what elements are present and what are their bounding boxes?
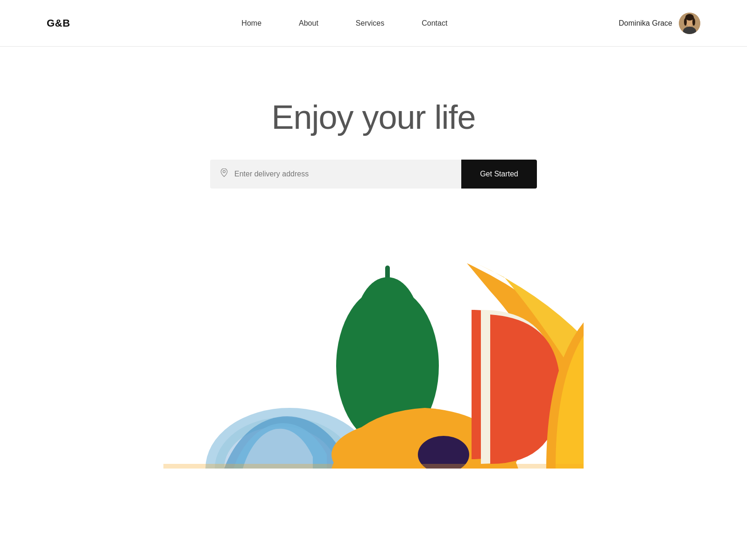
search-row: Get Started — [210, 160, 537, 189]
hero-section: Enjoy your life Get Started — [0, 47, 747, 217]
hero-title: Enjoy your life — [271, 98, 475, 136]
svg-point-7 — [685, 14, 694, 21]
nav-services[interactable]: Services — [356, 19, 384, 28]
svg-point-14 — [355, 277, 420, 380]
location-icon — [219, 168, 229, 180]
nav-home[interactable]: Home — [241, 19, 261, 28]
svg-rect-17 — [163, 464, 584, 469]
hero-illustration — [163, 235, 584, 469]
svg-point-8 — [223, 170, 226, 173]
search-input[interactable] — [234, 170, 452, 178]
nav-about[interactable]: About — [299, 19, 318, 28]
user-name: Dominika Grace — [619, 19, 672, 28]
illustration-area — [0, 235, 747, 469]
avatar[interactable] — [679, 13, 700, 34]
logo[interactable]: G&B — [47, 17, 70, 29]
header: G&B Home About Services Contact Dominika… — [0, 0, 747, 47]
search-box — [210, 160, 461, 189]
get-started-button[interactable]: Get Started — [461, 160, 537, 189]
main-nav: Home About Services Contact — [241, 19, 447, 28]
nav-contact[interactable]: Contact — [422, 19, 447, 28]
user-section: Dominika Grace — [619, 13, 700, 34]
